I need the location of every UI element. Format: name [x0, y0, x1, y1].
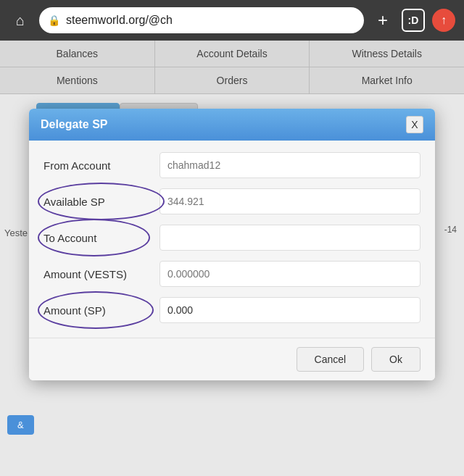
form-row-amount-vests: Amount (VESTS)	[44, 261, 420, 287]
label-amount-sp: Amount (SP)	[44, 304, 160, 317]
browser-chrome: ⌂ 🔒 steemworld.org/@ch + :D ↑	[0, 0, 464, 41]
label-available-sp: Available SP	[44, 196, 160, 208]
tab-witness-details[interactable]: Witness Details	[310, 41, 464, 67]
input-available-sp[interactable]	[160, 188, 420, 214]
dialog-overlay: Delegate SP X From Account Available SP	[0, 94, 464, 456]
user-avatar[interactable]: ↑	[432, 9, 455, 32]
new-tab-button[interactable]: +	[371, 9, 394, 32]
address-bar[interactable]: 🔒 steemworld.org/@ch	[39, 7, 364, 33]
cancel-button[interactable]: Cancel	[297, 347, 365, 372]
dialog-title: Delegate SP	[41, 118, 107, 131]
input-amount-sp[interactable]	[160, 297, 420, 323]
lock-icon: 🔒	[48, 14, 60, 26]
form-row-amount-sp: Amount (SP)	[44, 297, 420, 323]
ok-button[interactable]: Ok	[371, 347, 420, 372]
dialog-close-button[interactable]: X	[406, 116, 423, 133]
label-amount-vests: Amount (VESTS)	[44, 268, 160, 280]
label-to-account: To Account	[44, 232, 160, 244]
delegate-sp-dialog: Delegate SP X From Account Available SP	[29, 109, 435, 380]
tab-balances[interactable]: Balances	[0, 41, 155, 67]
home-icon[interactable]: ⌂	[9, 9, 32, 32]
dialog-header: Delegate SP X	[29, 109, 435, 141]
input-amount-vests[interactable]	[160, 261, 420, 287]
form-row-from-account: From Account	[44, 152, 420, 178]
input-to-account[interactable]	[160, 225, 420, 251]
tab-market-info[interactable]: Market Info	[310, 67, 464, 93]
nav-tabs-row2: Mentions Orders Market Info	[0, 67, 464, 94]
page-content-area: Outgoing Expiring Yeste -14 & Delegate S…	[0, 94, 464, 456]
tab-mentions[interactable]: Mentions	[0, 67, 155, 93]
dialog-body: From Account Available SP To Account	[29, 141, 435, 338]
page-background: Balances Account Details Witness Details…	[0, 41, 464, 456]
form-row-to-account: To Account	[44, 225, 420, 251]
nav-tabs-row1: Balances Account Details Witness Details	[0, 41, 464, 67]
tab-account-details[interactable]: Account Details	[155, 41, 310, 67]
form-row-available-sp: Available SP	[44, 188, 420, 214]
input-from-account[interactable]	[160, 152, 420, 178]
label-from-account: From Account	[44, 159, 160, 172]
browser-d-button[interactable]: :D	[402, 9, 425, 32]
tab-orders[interactable]: Orders	[155, 67, 310, 93]
dialog-footer: Cancel Ok	[29, 338, 435, 380]
address-text: steemworld.org/@ch	[66, 14, 173, 27]
